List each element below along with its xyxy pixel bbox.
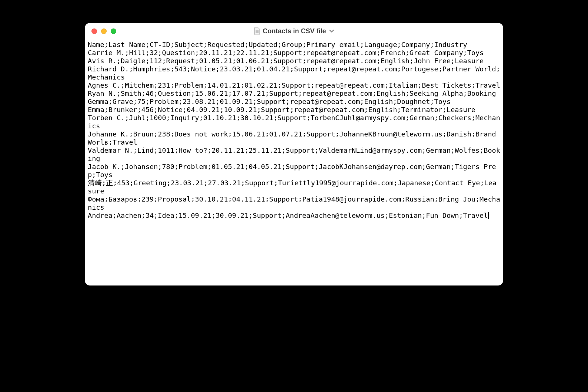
traffic-lights [91,28,116,34]
titlebar[interactable]: Contacts in CSV file [85,23,503,39]
maximize-button[interactable] [111,28,116,34]
window-title-group[interactable]: Contacts in CSV file [254,27,334,35]
text-cursor [488,212,489,219]
close-button[interactable] [91,28,97,34]
minimize-button[interactable] [101,28,107,34]
chevron-down-icon[interactable] [329,30,334,33]
window-title: Contacts in CSV file [263,27,326,35]
document-icon [254,27,260,35]
text-editor-window: Contacts in CSV file Name;Last Name;CT-I… [85,23,503,285]
text-content[interactable]: Name;Last Name;CT-ID;Subject;Requested;U… [85,39,503,285]
